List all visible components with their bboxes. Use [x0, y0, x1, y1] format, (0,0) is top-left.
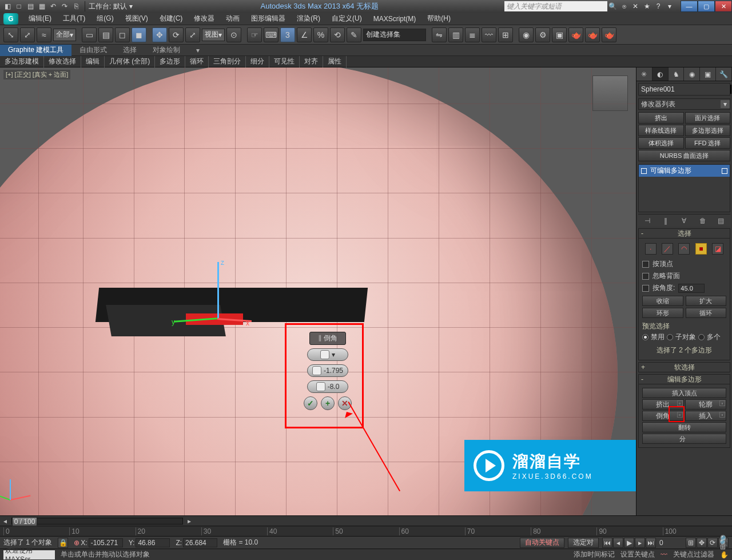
edit-named-sel-icon[interactable]: ✎	[347, 27, 361, 42]
panel-modsel[interactable]: 修改选择	[44, 56, 81, 67]
render-production-icon[interactable]: 🫖	[602, 27, 616, 42]
menu-animation[interactable]: 动画	[220, 13, 245, 25]
outline-button[interactable]: 轮廓▫	[685, 399, 727, 410]
so-edge-icon[interactable]: ／	[662, 243, 673, 255]
link-icon[interactable]: ⎘	[71, 1, 81, 11]
insert-vertex-button[interactable]: 插入顶点	[642, 388, 726, 398]
rotate-icon[interactable]: ⟳	[169, 27, 184, 42]
chk-by-vertex[interactable]: 按顶点	[642, 258, 726, 270]
named-selection-set[interactable]: 创建选择集	[363, 29, 426, 41]
curve-editor-icon[interactable]: 〰	[482, 27, 496, 42]
mod-splinesel[interactable]: 样条线选择	[638, 125, 684, 136]
snap-toggle-icon[interactable]: 3	[280, 27, 295, 42]
chevron-down-icon[interactable]: ▾	[665, 1, 675, 11]
mod-volsel[interactable]: 体积选择	[638, 137, 684, 149]
rollout-softsel-header[interactable]: +软选择	[638, 362, 730, 372]
object-color-swatch[interactable]	[730, 85, 731, 94]
redo-icon[interactable]: ↷	[59, 1, 70, 11]
mod-polysel[interactable]: 多边形选择	[685, 125, 731, 136]
mirror-icon[interactable]: ⇋	[432, 27, 447, 42]
mod-ffdsel[interactable]: FFD 选择	[685, 137, 731, 149]
settings-icon[interactable]: ▫	[719, 400, 725, 406]
nav-zoom-icon[interactable]: 🔍	[720, 535, 729, 543]
exchange-icon[interactable]: ✕	[630, 1, 640, 11]
slider-start-icon[interactable]: ◂	[3, 517, 7, 525]
panel-tri[interactable]: 三角剖分	[209, 56, 246, 67]
select-link-icon[interactable]: ⤡	[3, 27, 18, 42]
select-by-name-icon[interactable]: ▤	[98, 27, 113, 42]
so-polygon-icon[interactable]: ■	[695, 243, 707, 255]
nav-zoomall-icon[interactable]: ⊞	[720, 543, 729, 551]
schematic-icon[interactable]: ⊞	[498, 27, 513, 42]
keyfilter-icon[interactable]: 〰	[661, 551, 667, 559]
setkey-button[interactable]: 设置关键点	[620, 550, 655, 559]
configure-icon[interactable]: ▤	[716, 216, 726, 226]
radio-multi[interactable]	[698, 334, 705, 340]
keyboard-shortcut-icon[interactable]: ⌨	[264, 27, 279, 42]
render-iterative-icon[interactable]: 🫖	[585, 27, 600, 42]
so-vertex-icon[interactable]: ·	[645, 243, 657, 255]
so-border-icon[interactable]: ◠	[678, 243, 690, 255]
pin-stack-icon[interactable]: ⊣	[642, 216, 653, 226]
tab-create-icon[interactable]: ✳	[636, 67, 653, 81]
object-name-input[interactable]	[639, 84, 729, 94]
open-icon[interactable]: ▤	[25, 1, 35, 11]
unlink-icon[interactable]: ⤢	[20, 27, 35, 42]
slider-end-icon[interactable]: ▸	[188, 517, 191, 525]
tab-modify-icon[interactable]: ◐	[653, 67, 669, 81]
window-crossing-icon[interactable]: ◼	[132, 27, 146, 42]
layers-icon[interactable]: ≣	[465, 27, 480, 42]
modifier-list[interactable]: 修改器列表 ▾	[638, 98, 730, 110]
panel-edit[interactable]: 编辑	[81, 56, 105, 67]
settings-icon[interactable]: ▫	[677, 400, 683, 406]
mod-patchsel[interactable]: 面片选择	[685, 112, 731, 124]
tab-hierarchy-icon[interactable]: ♞	[669, 67, 685, 81]
select-object-icon[interactable]: ▭	[82, 27, 97, 42]
favorite-icon[interactable]: ★	[642, 1, 652, 11]
shrink-button[interactable]: 收缩	[642, 296, 683, 306]
selection-filter[interactable]: 全部 ▾	[53, 29, 76, 41]
minimize-button[interactable]: —	[681, 1, 698, 12]
panel-vis[interactable]: 可见性	[269, 56, 300, 67]
nav-pan-icon[interactable]: ✋	[720, 551, 729, 559]
close-button[interactable]: ✕	[715, 1, 732, 12]
material-editor-icon[interactable]: ◉	[519, 27, 534, 42]
help-icon[interactable]: ?	[653, 1, 663, 11]
menu-maxscript[interactable]: MAXScript(M)	[368, 13, 422, 25]
spinner-snap-icon[interactable]: ⟲	[330, 27, 345, 42]
coord-y-value[interactable]: 46.86	[136, 538, 170, 547]
viewport[interactable]: z x y ‖ 倒角 ▾ -1.795 -8.0 ✓ + ✕ [+] [正交] …	[0, 67, 636, 515]
undo-icon[interactable]: ↶	[48, 1, 58, 11]
so-element-icon[interactable]: ◪	[712, 243, 723, 255]
move-gizmo[interactable]: z x y	[217, 262, 252, 331]
menu-modifiers[interactable]: 修改器	[188, 13, 220, 25]
menu-customize[interactable]: 自定义(U)	[326, 13, 368, 25]
keyfilter-button[interactable]: 关键点过滤器	[673, 550, 714, 559]
ref-coord-system[interactable]: 视图 ▾	[202, 29, 225, 41]
menu-grapheditors[interactable]: 图形编辑器	[245, 13, 291, 25]
maximize-button[interactable]: ▢	[698, 1, 715, 12]
menu-help[interactable]: 帮助(H)	[421, 13, 456, 25]
coord-z-value[interactable]: 26.684	[183, 538, 217, 547]
mod-extrude[interactable]: 挤出	[638, 112, 684, 124]
grow-button[interactable]: 扩大	[686, 296, 727, 306]
menu-edit[interactable]: 编辑(E)	[23, 13, 57, 25]
panel-poly[interactable]: 多边形	[155, 56, 185, 67]
menu-view[interactable]: 视图(V)	[120, 13, 154, 25]
tab-objectpaint[interactable]: 对象绘制	[145, 45, 188, 56]
loop-button[interactable]: 循环	[686, 308, 727, 318]
rollout-selection-header[interactable]: -选择	[638, 228, 730, 239]
panel-geom[interactable]: 几何体 (全部)	[105, 56, 155, 67]
fen-button[interactable]: 分	[642, 434, 726, 444]
select-region-icon[interactable]: ◻	[115, 27, 130, 42]
bind-spacewarp-icon[interactable]: ≈	[37, 27, 51, 42]
coord-x-value[interactable]: -105.271	[89, 538, 123, 547]
time-slider-knob[interactable]: 0 / 100	[12, 517, 37, 526]
tab-selection[interactable]: 选择	[115, 45, 145, 56]
scale-icon[interactable]: ⤢	[185, 27, 200, 42]
render-setup-icon[interactable]: ⚙	[535, 27, 550, 42]
use-center-icon[interactable]: ⊙	[226, 27, 241, 42]
ribbon-expand-icon[interactable]: ▾	[188, 45, 208, 56]
inset-button[interactable]: 插入▫	[685, 411, 727, 421]
tab-motion-icon[interactable]: ◉	[684, 67, 700, 81]
